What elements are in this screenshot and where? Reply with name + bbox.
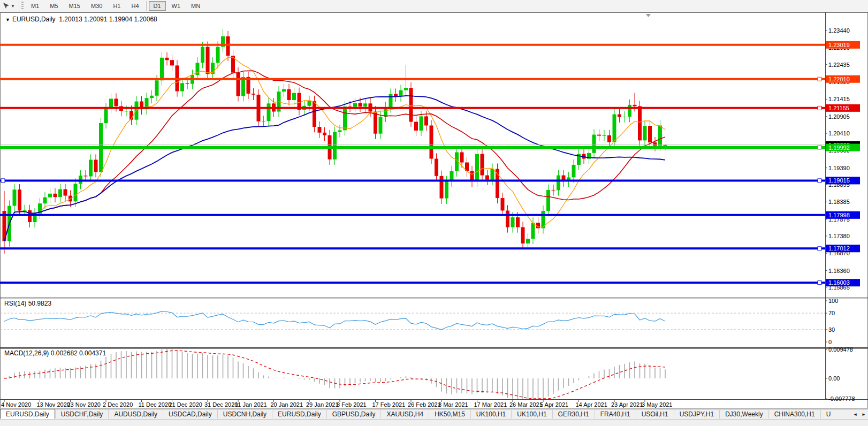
chart-title: ▼EURUSD,Daily 1.20013 1.20091 1.19904 1.…	[5, 16, 157, 23]
tab-scroll-arrows: ◄►	[851, 411, 868, 418]
svg-text:1.21155: 1.21155	[828, 105, 849, 111]
hline-handle[interactable]	[818, 179, 821, 182]
chart-tab-eurusd-daily[interactable]: EURUSD,Daily	[272, 410, 326, 419]
svg-text:1.22010: 1.22010	[828, 76, 850, 82]
svg-text:30: 30	[828, 326, 835, 333]
chart-tab-eurusd-daily[interactable]: EURUSD,Daily	[0, 409, 55, 419]
timeframe-button-w1[interactable]: W1	[167, 1, 186, 11]
top-toolbar: ▼ M1M5M15M30H1H4D1W1MN	[0, 0, 868, 12]
svg-text:21 Dec 2020: 21 Dec 2020	[169, 401, 202, 408]
timeframe-button-m1[interactable]: M1	[26, 1, 44, 11]
chart-tab-u[interactable]: U	[820, 410, 831, 419]
svg-text:0: 0	[828, 339, 832, 345]
svg-text:1.17998: 1.17998	[828, 212, 850, 218]
chart-title-ohlc: 1.20013 1.20091 1.19904 1.20068	[59, 16, 157, 23]
svg-text:13 Nov 2020: 13 Nov 2020	[37, 401, 70, 408]
svg-text:2 Dec 2020: 2 Dec 2020	[103, 401, 133, 408]
timeframe-button-m30[interactable]: M30	[86, 1, 107, 11]
chart-title-symbol: EURUSD,Daily	[12, 16, 56, 23]
svg-text:1.23440: 1.23440	[828, 27, 850, 34]
tab-scroll-right-icon[interactable]: ►	[859, 411, 868, 418]
svg-text:31 Dec 2020: 31 Dec 2020	[204, 401, 238, 408]
chart-tab-china300-h1[interactable]: CHINA300,H1	[768, 410, 820, 419]
svg-text:1.16003: 1.16003	[828, 279, 850, 286]
svg-text:17 Mar 2021: 17 Mar 2021	[474, 401, 507, 408]
timeframe-button-m15[interactable]: M15	[64, 1, 85, 11]
hline-handle[interactable]	[818, 106, 821, 110]
cursor-tool-glyph	[2, 2, 10, 10]
tool-dropdown-caret[interactable]: ▼	[11, 4, 17, 9]
chart-tab-usdjpy-h1[interactable]: USDJPY,H1	[674, 410, 719, 419]
svg-text:0.00: 0.00	[828, 375, 840, 382]
svg-text:4 Nov 2020: 4 Nov 2020	[1, 401, 31, 408]
timeframe-button-mn[interactable]: MN	[186, 1, 205, 11]
hline-handle[interactable]	[818, 281, 821, 285]
macd-label: MACD(12,26,9) 0.002682 0.004371	[4, 349, 106, 357]
svg-text:1.21415: 1.21415	[828, 96, 850, 102]
svg-text:29 Jan 2021: 29 Jan 2021	[306, 401, 339, 408]
svg-text:70: 70	[828, 310, 835, 316]
svg-text:1.20905: 1.20905	[828, 113, 850, 120]
toolbar-separator	[146, 1, 147, 11]
svg-text:17 Feb 2021: 17 Feb 2021	[372, 401, 406, 408]
toolbar-separator	[19, 1, 19, 11]
svg-text:8 Feb 2021: 8 Feb 2021	[337, 401, 367, 408]
svg-text:1.20410: 1.20410	[828, 130, 850, 136]
hline-handle[interactable]	[818, 146, 821, 149]
svg-text:20 Jan 2021: 20 Jan 2021	[271, 401, 303, 408]
svg-text:23 Nov 2020: 23 Nov 2020	[67, 401, 101, 408]
svg-text:11 Jan 2021: 11 Jan 2021	[235, 401, 267, 408]
timeframe-button-m5[interactable]: M5	[45, 1, 63, 11]
hline-handle[interactable]	[818, 247, 821, 250]
toolbar-drag-grip[interactable]	[21, 2, 24, 10]
svg-text:1.17380: 1.17380	[828, 233, 850, 239]
status-bar	[0, 419, 868, 426]
svg-text:1.22435: 1.22435	[828, 62, 850, 68]
svg-text:26 Feb 2021: 26 Feb 2021	[408, 401, 441, 408]
chart-tab-hk50-m15[interactable]: HK50,M15	[429, 410, 470, 419]
timeframe-button-h1[interactable]: H1	[108, 1, 125, 11]
chart-tab-usdcnh-daily[interactable]: USDCNH,Daily	[217, 410, 272, 419]
chart-frame	[0, 12, 868, 408]
svg-text:1.18385: 1.18385	[828, 199, 850, 205]
chart-tab-bar: EURUSD,DailyUSDCHF,DailyAUDUSD,DailyUSDC…	[0, 409, 868, 419]
chart-tab-audusd-daily[interactable]: AUDUSD,Daily	[108, 410, 163, 419]
timeframe-buttons: M1M5M15M30H1H4D1W1MN	[26, 1, 205, 11]
svg-text:1.19390: 1.19390	[828, 165, 850, 171]
chart-tab-ger30-h1[interactable]: GER30,H1	[552, 410, 595, 419]
svg-text:23 Apr 2021: 23 Apr 2021	[611, 401, 643, 408]
rsi-label: RSI(14) 50.9823	[4, 300, 51, 307]
chart-tab-usdchf-daily[interactable]: USDCHF,Daily	[55, 410, 109, 419]
svg-text:26 Mar 2021: 26 Mar 2021	[509, 401, 543, 408]
timeframe-button-h4[interactable]: H4	[126, 1, 143, 11]
svg-text:1.16360: 1.16360	[828, 268, 850, 274]
svg-text:1.19015: 1.19015	[828, 177, 850, 184]
svg-text:8 Mar 2021: 8 Mar 2021	[438, 401, 468, 408]
hline-handle[interactable]	[1, 179, 5, 182]
svg-text:1.23019: 1.23019	[828, 42, 850, 48]
chart-tab-uk100-h1[interactable]: UK100,H1	[511, 410, 552, 419]
svg-text:3 May 2021: 3 May 2021	[642, 401, 672, 408]
svg-text:-0.007778: -0.007778	[828, 395, 855, 402]
svg-text:100: 100	[828, 298, 838, 304]
chart-tab-uk100-h1[interactable]: UK100,H1	[470, 410, 511, 419]
svg-text:5 Apr 2021: 5 Apr 2021	[540, 401, 568, 408]
svg-text:1.17012: 1.17012	[828, 245, 850, 252]
chart-tab-fra40-h1[interactable]: FRA40,H1	[595, 410, 636, 419]
chart-tab-usdcad-daily[interactable]: USDCAD,Daily	[163, 410, 217, 419]
chart-tab-gbpusd-daily[interactable]: GBPUSD,Daily	[326, 410, 381, 419]
chart-canvas[interactable]: 1.234401.229301.224351.219251.214151.209…	[0, 0, 868, 409]
svg-text:0.009478: 0.009478	[828, 346, 853, 353]
collapse-arrow-icon[interactable]: ▼	[5, 17, 10, 22]
cursor-tool-icon[interactable]	[1, 1, 11, 11]
chart-tab-xauusd-h4[interactable]: XAUUSD,H4	[380, 410, 429, 419]
svg-text:11 Dec 2020: 11 Dec 2020	[139, 401, 172, 408]
hline-handle[interactable]	[818, 77, 821, 81]
svg-text:1.19992: 1.19992	[828, 144, 850, 151]
tab-scroll-left-icon[interactable]: ◄	[851, 411, 859, 418]
timeframe-button-d1[interactable]: D1	[149, 1, 166, 11]
chart-tab-dj30-weekly[interactable]: DJ30,Weekly	[719, 410, 768, 419]
chart-tab-usoil-h1[interactable]: USOil,H1	[636, 410, 674, 419]
svg-text:14 Apr 2021: 14 Apr 2021	[576, 401, 607, 408]
